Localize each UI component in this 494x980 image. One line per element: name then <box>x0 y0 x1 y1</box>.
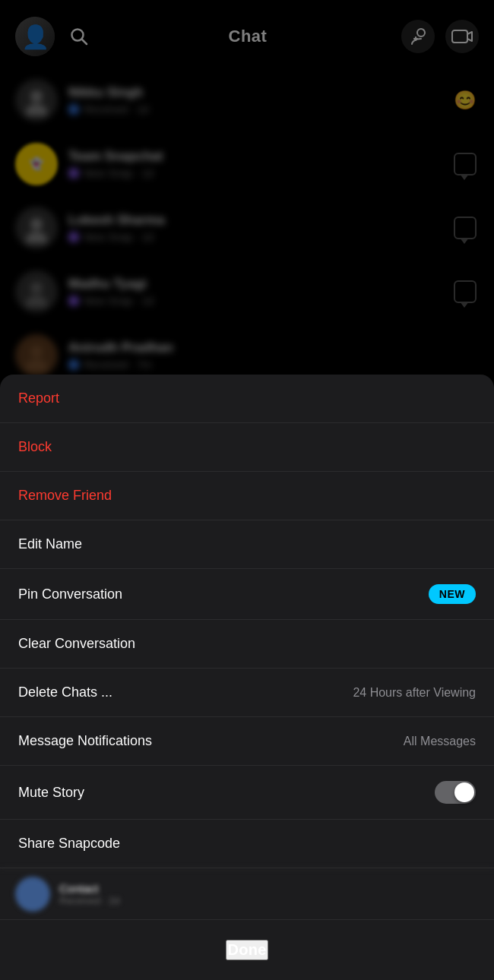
remove-friend-menu-item[interactable]: Remove Friend <box>0 472 494 520</box>
done-button[interactable]: Done <box>226 940 268 960</box>
edit-name-menu-item[interactable]: Edit Name <box>0 520 494 569</box>
new-badge: NEW <box>429 584 476 604</box>
remove-friend-label: Remove Friend <box>18 488 112 504</box>
clear-conversation-menu-item[interactable]: Clear Conversation <box>0 620 494 669</box>
toggle-knob <box>454 782 474 802</box>
report-menu-item[interactable]: Report <box>0 375 494 423</box>
done-bar: Done <box>0 919 494 980</box>
share-snapcode-label: Share Snapcode <box>18 836 120 852</box>
delete-chats-label: Delete Chats ... <box>18 684 112 700</box>
message-notifications-value: All Messages <box>404 735 476 748</box>
report-label: Report <box>18 390 59 406</box>
pin-conversation-menu-item[interactable]: Pin Conversation NEW <box>0 569 494 620</box>
message-notifications-label: Message Notifications <box>18 733 152 749</box>
message-notifications-menu-item[interactable]: Message Notifications All Messages <box>0 717 494 766</box>
delete-chats-value: 24 Hours after Viewing <box>353 686 476 700</box>
delete-chats-menu-item[interactable]: Delete Chats ... 24 Hours after Viewing <box>0 669 494 717</box>
mute-story-label: Mute Story <box>18 785 84 801</box>
block-label: Block <box>18 439 52 455</box>
mute-story-menu-item[interactable]: Mute Story <box>0 766 494 820</box>
pin-conversation-label: Pin Conversation <box>18 586 122 602</box>
edit-name-label: Edit Name <box>18 536 82 552</box>
block-menu-item[interactable]: Block <box>0 423 494 472</box>
clear-conversation-label: Clear Conversation <box>18 636 135 652</box>
mute-story-toggle[interactable] <box>435 781 476 804</box>
context-menu-sheet: Report Block Remove Friend Edit Name Pin… <box>0 375 494 919</box>
share-snapcode-menu-item[interactable]: Share Snapcode <box>0 820 494 868</box>
